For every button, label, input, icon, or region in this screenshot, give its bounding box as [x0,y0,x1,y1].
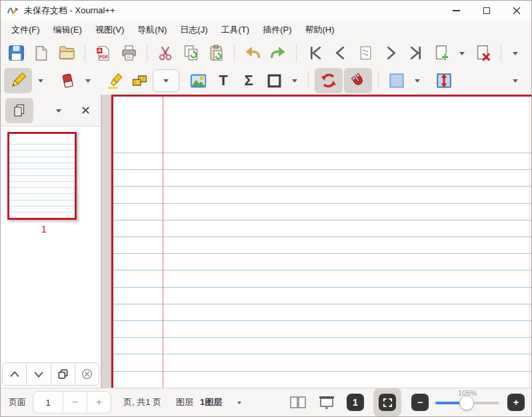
pages-icon [11,103,27,119]
shape-icon [266,73,283,89]
previous-page-icon [332,45,349,61]
presentation-mode-button[interactable] [317,392,337,412]
highlighter-icon [106,72,124,90]
add-page-button[interactable] [429,42,453,65]
page-thumbnail-label: 1 [7,223,81,234]
zoom-controls: 1 − 105% + [288,388,531,416]
page-number-input[interactable] [33,392,63,413]
grid-snap-toggle[interactable] [344,68,372,93]
previous-page-button[interactable] [328,42,352,65]
copy-button[interactable] [179,42,203,65]
insert-image-button[interactable] [186,69,210,92]
close-icon [513,7,521,15]
zoom-fit-toggle[interactable] [373,388,401,416]
math-tex-button[interactable]: Σ [237,69,261,92]
titlebar[interactable]: 未保存文档 - Xournal++ [1,1,531,21]
chevron-down-icon [163,79,169,85]
sidebar-page-preview: 1 [1,95,101,388]
undo-button[interactable] [241,42,265,65]
zoom-100-button[interactable]: 1 [347,394,364,411]
preview-pages-button[interactable] [5,98,33,123]
zoom-in-button[interactable]: + [507,394,525,411]
export-pdf-button[interactable]: A PDF [91,42,115,65]
page-decrement-button[interactable]: − [63,392,87,413]
dual-page-view-button[interactable] [288,392,308,412]
eraser-tool-button[interactable] [55,69,79,92]
chevron-down-icon [459,52,465,58]
menu-file[interactable]: 文件(F) [5,21,47,39]
cut-button[interactable] [153,42,177,65]
layer-select-dropdown[interactable] [231,391,247,414]
toolbar2-overflow-button[interactable] [507,69,523,92]
minimize-button[interactable] [441,1,471,21]
zoom-100-glyph: 1 [353,397,358,408]
zoom-out-button[interactable]: − [411,394,429,411]
window-controls [441,1,531,21]
page-spin-label: 页面 [9,396,26,408]
slider-handle[interactable] [459,396,474,410]
select-options-dropdown[interactable] [409,69,425,92]
zoom-slider[interactable]: 105% [435,388,499,416]
pen-icon [9,71,27,90]
goto-page-button[interactable] [353,42,377,65]
page-increment-button[interactable]: + [87,392,111,413]
open-folder-icon [58,44,76,62]
rotation-snap-toggle[interactable] [315,68,343,93]
page-thumbnail-1[interactable] [7,132,77,220]
toolbar-tools: T Σ [1,67,531,95]
first-page-button[interactable] [303,42,327,65]
save-button[interactable] [4,42,28,65]
document-canvas[interactable] [111,95,531,388]
menu-edit[interactable]: 编辑(E) [47,21,89,39]
next-page-button[interactable] [379,42,403,65]
page-down-button[interactable] [26,362,51,386]
menu-navigation[interactable]: 导航(N) [131,21,173,39]
layer-label: 图层 [176,396,193,408]
new-document-button[interactable] [29,42,53,65]
page-up-button[interactable] [2,362,27,386]
print-button[interactable] [117,42,141,65]
pane-resize-handle[interactable] [101,95,111,388]
pen-options-dropdown[interactable] [33,69,49,92]
copy-page-button[interactable] [51,362,75,386]
vertical-space-button[interactable] [432,69,456,92]
redo-button[interactable] [266,42,290,65]
menu-plugins[interactable]: 插件(P) [256,21,298,39]
select-rectangle-button[interactable] [385,69,409,92]
last-page-button[interactable] [404,42,428,65]
delete-page-button[interactable] [471,42,495,65]
text-icon: T [219,73,227,88]
menu-journal[interactable]: 日志(J) [173,21,214,39]
maximize-button[interactable] [471,1,501,21]
shape-tool-button[interactable] [262,69,286,92]
text-tool-button[interactable]: T [211,69,235,92]
layer-select-value[interactable]: 1图层 [200,396,222,408]
separator [85,45,85,62]
delete-page-icon [474,44,492,62]
eraser-options-dropdown[interactable] [80,69,96,92]
menu-view[interactable]: 视图(V) [89,21,131,39]
toolbar-main: A PDF [1,39,531,67]
xournalpp-logo-icon [7,5,19,17]
open-button[interactable] [55,42,79,65]
menu-tools[interactable]: 工具(T) [215,21,257,39]
drawing-type-dropdown[interactable] [153,69,179,92]
sidebar-close-button[interactable] [77,103,93,119]
statusbar: 页面 − + 页, 共1 页 图层 1图层 [1,388,531,416]
sidebar-view-dropdown[interactable] [51,99,67,122]
print-icon [120,44,138,62]
menubar: 文件(F) 编辑(E) 视图(V) 导航(N) 日志(J) 工具(T) 插件(P… [1,21,531,39]
delete-page-sidebar-button[interactable] [75,362,99,386]
thumbnail-ruled-lines [9,144,75,218]
highlighter-tool-button[interactable] [103,69,127,92]
menu-help[interactable]: 帮助(H) [298,21,341,39]
first-page-icon [307,45,323,61]
close-button[interactable] [501,1,531,21]
paste-button[interactable] [204,42,228,65]
add-page-dropdown[interactable] [454,42,470,65]
drawing-type-button[interactable] [128,69,152,92]
shape-options-dropdown[interactable] [287,69,303,92]
new-document-icon [33,45,50,62]
pen-tool-button[interactable] [4,68,32,93]
toolbar1-overflow-button[interactable] [507,42,523,65]
